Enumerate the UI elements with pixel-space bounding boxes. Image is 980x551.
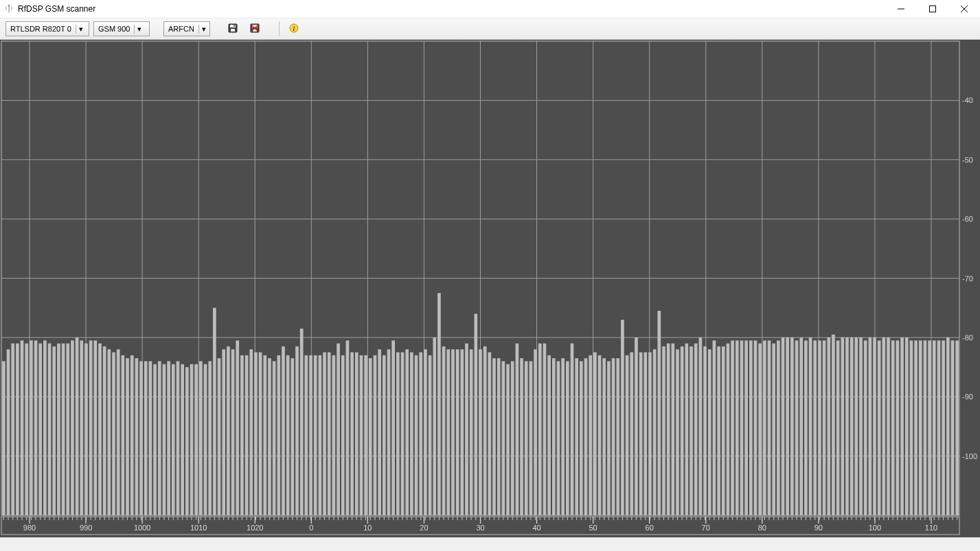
svg-rect-1 <box>930 6 936 12</box>
svg-rect-146 <box>470 349 473 515</box>
svg-text:70: 70 <box>702 524 710 532</box>
svg-rect-203 <box>731 340 734 515</box>
svg-rect-104 <box>277 355 280 515</box>
svg-text:40: 40 <box>532 524 540 532</box>
chevron-down-icon: ▾ <box>198 25 206 34</box>
svg-rect-127 <box>383 355 386 515</box>
svg-rect-126 <box>378 349 381 515</box>
svg-text:0: 0 <box>309 524 313 532</box>
svg-rect-112 <box>314 355 317 515</box>
svg-rect-160 <box>534 349 537 515</box>
svg-rect-78 <box>158 361 161 515</box>
info-button[interactable]: i <box>285 21 303 37</box>
svg-rect-208 <box>754 340 757 515</box>
spectrum-chart[interactable]: -40-50-60-70-80-90-100980990100010101020… <box>0 40 980 537</box>
status-bar <box>0 537 980 551</box>
svg-rect-180 <box>626 355 629 515</box>
svg-rect-206 <box>744 340 748 515</box>
svg-rect-66 <box>103 347 106 515</box>
svg-rect-246 <box>928 340 931 515</box>
svg-rect-199 <box>713 340 716 515</box>
svg-rect-236 <box>882 338 886 515</box>
svg-rect-4 <box>231 29 235 32</box>
save-button[interactable] <box>224 21 242 37</box>
svg-rect-175 <box>602 358 606 515</box>
svg-rect-187 <box>657 311 661 515</box>
app-title: RfDSP GSM scanner <box>18 4 95 14</box>
svg-rect-62 <box>84 344 88 515</box>
svg-rect-237 <box>887 338 890 515</box>
svg-rect-68 <box>112 352 115 515</box>
svg-rect-57 <box>62 344 65 515</box>
band-select[interactable]: GSM 900 ▾ <box>93 21 150 36</box>
svg-rect-107 <box>291 358 295 515</box>
device-select[interactable]: RTLSDR R820T 0 ▾ <box>5 21 89 36</box>
svg-rect-138 <box>433 338 436 515</box>
svg-rect-182 <box>635 338 638 515</box>
svg-rect-186 <box>653 349 657 515</box>
svg-rect-148 <box>479 349 482 515</box>
svg-rect-63 <box>89 340 93 515</box>
svg-rect-183 <box>639 352 643 515</box>
save-icon <box>227 23 238 36</box>
svg-rect-235 <box>878 340 881 515</box>
info-icon: i <box>288 23 299 36</box>
svg-point-0 <box>8 5 10 7</box>
svg-text:10: 10 <box>363 524 372 532</box>
svg-rect-162 <box>543 344 547 515</box>
svg-rect-123 <box>364 355 367 515</box>
svg-rect-229 <box>850 338 854 515</box>
svg-rect-168 <box>571 344 574 515</box>
svg-rect-52 <box>38 344 42 515</box>
svg-rect-134 <box>415 355 418 515</box>
svg-text:-70: -70 <box>962 274 973 283</box>
maximize-button[interactable] <box>917 0 948 18</box>
svg-rect-131 <box>401 352 404 515</box>
svg-text:1000: 1000 <box>134 524 150 532</box>
window-title-bar: RfDSP GSM scanner <box>0 0 980 19</box>
svg-rect-192 <box>681 347 684 515</box>
svg-rect-224 <box>827 338 830 515</box>
svg-rect-239 <box>896 340 900 515</box>
svg-rect-119 <box>346 340 350 515</box>
svg-text:50: 50 <box>589 524 597 532</box>
svg-rect-211 <box>768 340 771 515</box>
svg-rect-81 <box>172 364 175 515</box>
svg-rect-117 <box>337 344 340 515</box>
svg-rect-244 <box>919 340 922 515</box>
svg-rect-59 <box>71 340 74 515</box>
svg-rect-222 <box>818 340 821 515</box>
svg-rect-51 <box>34 340 38 515</box>
svg-rect-101 <box>263 355 266 515</box>
svg-rect-205 <box>740 340 744 515</box>
svg-rect-99 <box>254 352 258 515</box>
svg-rect-136 <box>424 349 427 515</box>
svg-rect-227 <box>841 338 844 515</box>
svg-text:1020: 1020 <box>247 524 263 532</box>
svg-rect-133 <box>410 352 413 515</box>
close-button[interactable] <box>948 0 980 18</box>
svg-rect-252 <box>955 340 959 515</box>
arfcn-select[interactable]: ARFCN ▾ <box>163 21 210 36</box>
svg-rect-215 <box>786 338 789 515</box>
arfcn-select-value: ARFCN <box>168 25 194 33</box>
svg-rect-233 <box>869 338 872 515</box>
svg-rect-144 <box>460 349 464 515</box>
svg-rect-44 <box>2 361 5 515</box>
svg-rect-149 <box>483 347 487 515</box>
svg-rect-86 <box>194 364 198 515</box>
svg-rect-238 <box>891 340 895 515</box>
svg-rect-70 <box>122 355 125 515</box>
svg-rect-55 <box>52 347 56 515</box>
svg-text:100: 100 <box>869 524 881 532</box>
svg-rect-230 <box>854 338 858 515</box>
svg-rect-79 <box>163 364 166 515</box>
svg-text:-100: -100 <box>962 452 977 460</box>
svg-rect-153 <box>502 361 505 515</box>
svg-rect-188 <box>662 347 665 515</box>
svg-rect-120 <box>350 352 354 515</box>
svg-rect-156 <box>516 344 519 515</box>
minimize-button[interactable] <box>885 0 917 18</box>
svg-rect-151 <box>492 358 496 515</box>
clear-button[interactable] <box>246 21 264 37</box>
